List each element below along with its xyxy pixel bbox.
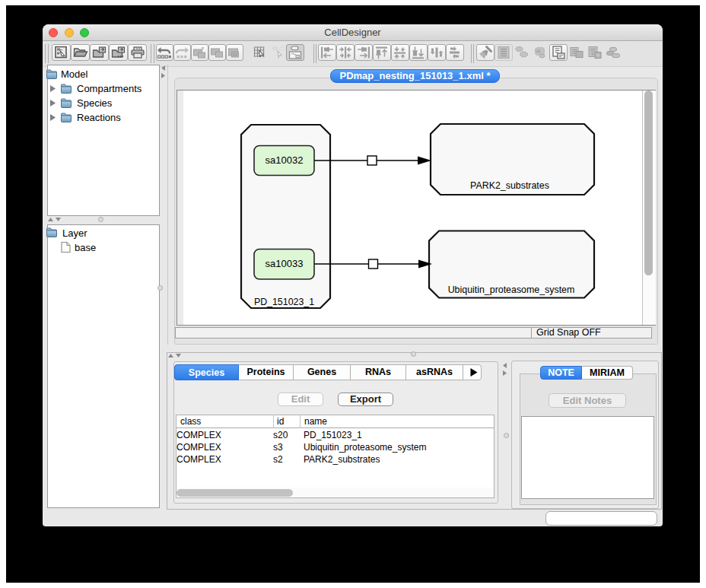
svg-text:PARK2_substrates: PARK2_substrates xyxy=(470,180,549,191)
svg-text:sa10033: sa10033 xyxy=(266,258,304,269)
svg-text:PD_151023_1: PD_151023_1 xyxy=(254,297,314,307)
svg-text:Ubiquitin_proteasome_system: Ubiquitin_proteasome_system xyxy=(448,284,575,295)
svg-text:sa10032: sa10032 xyxy=(266,154,304,166)
